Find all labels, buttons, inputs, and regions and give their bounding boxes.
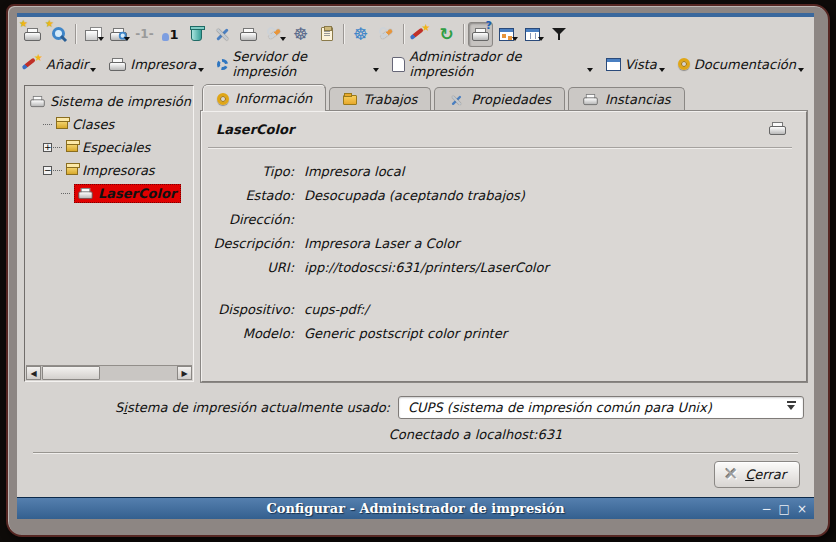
printer-tools-button[interactable]	[262, 22, 287, 47]
field-estado: Estado:Desocupada (aceptando trabajos)	[208, 183, 792, 207]
close-button[interactable]: ×	[797, 503, 807, 515]
scrollbar-thumb[interactable]	[42, 366, 100, 380]
package-icon	[66, 166, 78, 175]
printer-info-toggle[interactable]: ?	[468, 22, 493, 47]
funnel-icon	[551, 26, 567, 42]
tab-propiedades[interactable]: Propiedades	[434, 87, 565, 111]
tree-line	[43, 124, 52, 125]
print-system-row: Sistema de impresión actualmente usado: …	[17, 388, 814, 419]
menu-impresora[interactable]: Impresora	[105, 50, 211, 78]
field-label: Descripción:	[208, 236, 294, 251]
window-content: ★ ★ -1- 1 ☸ ☸ ↻ ? Añadir Impresora Servi…	[17, 13, 814, 519]
field-value: Impresora local	[304, 164, 404, 179]
gear-icon	[217, 59, 228, 70]
menu-administrador-de-impresion[interactable]: Administrador de impresión	[388, 50, 599, 78]
tree-item-label: Impresoras	[82, 163, 155, 178]
tab-trabajos[interactable]: Trabajos	[329, 87, 431, 111]
menu-toolbar: Añadir Impresora Servidor de impresión A…	[17, 49, 814, 81]
minus-one-icon: -1-	[135, 27, 153, 41]
export-driver-button[interactable]: ☸	[288, 22, 313, 47]
menu-documentacion[interactable]: Documentación	[674, 50, 811, 78]
restart-server-button[interactable]: ☸	[348, 22, 373, 47]
tree-item-sistema-de-impresion[interactable]: Sistema de impresión	[29, 90, 191, 113]
tree-item-lasercolor[interactable]: LaserColor	[29, 182, 191, 205]
dropdown-caret-icon	[538, 37, 544, 44]
tree-item-label: Sistema de impresión	[50, 94, 191, 109]
tree-item-especiales[interactable]: + Especiales	[29, 136, 191, 159]
expander-plus-icon[interactable]: +	[43, 143, 52, 152]
tab-label: Instancias	[605, 92, 671, 107]
menu-label: Impresora	[130, 57, 196, 72]
field-value: Desocupada (aceptando trabajos)	[304, 188, 525, 203]
field-gap	[208, 279, 792, 297]
test-page-button[interactable]	[236, 22, 261, 47]
scroll-right-button[interactable]: ▶	[177, 366, 192, 380]
menu-vista[interactable]: Vista	[602, 50, 672, 78]
window-title: Configurar - Administrador de impresión	[266, 501, 564, 516]
combobox-value: CUPS (sistema de impresión común para Un…	[408, 400, 785, 415]
document-icon	[392, 57, 405, 72]
print-system-combobox[interactable]: CUPS (sistema de impresión común para Un…	[398, 396, 804, 419]
printer-icon	[583, 94, 597, 105]
tree-item-label: LaserColor	[98, 186, 176, 201]
wrench-icon	[379, 26, 395, 42]
field-value: ipp://todoscsi:631/printers/LaserColor	[304, 260, 549, 275]
printer-icon	[24, 28, 41, 41]
tree-horizontal-scrollbar[interactable]: ◀ ▶	[26, 365, 192, 380]
tree-item-clases[interactable]: Clases	[29, 113, 191, 136]
printer-icon	[769, 122, 786, 135]
field-dispositivo: Dispositivo:cups-pdf:/	[208, 297, 792, 321]
field-descripcion: Descripción:Impresora Laser a Color	[208, 231, 792, 255]
menu-anadir[interactable]: Añadir	[20, 50, 103, 78]
scroll-left-button[interactable]: ◀	[26, 366, 41, 380]
window-controls: − □ ×	[762, 498, 807, 519]
info-panel: LaserColor Tipo:Impresora local Estado:D…	[201, 111, 807, 382]
expander-minus-icon[interactable]: −	[43, 166, 52, 175]
refresh-button[interactable]: ↻	[434, 22, 459, 47]
add-special-printer-button[interactable]: ★	[46, 22, 71, 47]
configure-server-button[interactable]	[374, 22, 399, 47]
field-label: Estado:	[208, 188, 294, 203]
user-one-icon: 1	[162, 27, 178, 42]
tab-label: Trabajos	[363, 92, 417, 107]
close-x-icon: ✕	[724, 466, 738, 483]
sparkle-icon: ★	[19, 19, 28, 29]
tree-item-impresoras[interactable]: − Impresoras	[29, 159, 191, 182]
user-default-button[interactable]: 1	[158, 22, 183, 47]
job-viewer-button[interactable]	[314, 22, 339, 47]
window-icon	[606, 58, 621, 71]
combobox-arrow-icon	[785, 401, 797, 414]
server-default-button[interactable]: -1-	[132, 22, 157, 47]
scrollbar-track[interactable]	[100, 366, 177, 380]
configure-printer-button[interactable]	[210, 22, 235, 47]
tree-view-button[interactable]	[494, 22, 519, 47]
tab-informacion[interactable]: Información	[203, 85, 326, 111]
main-toolbar: ★ ★ -1- 1 ☸ ☸ ↻ ?	[17, 17, 814, 49]
minimize-button[interactable]: −	[762, 503, 772, 515]
enable-printer-button[interactable]	[80, 22, 105, 47]
window-titlebar[interactable]: Configurar - Administrador de impresión …	[17, 497, 814, 519]
wizard-button[interactable]	[408, 22, 433, 47]
menu-servidor-de-impresion[interactable]: Servidor de impresión	[213, 50, 386, 78]
dropdown-caret-icon	[198, 68, 204, 75]
tab-instancias[interactable]: Instancias	[568, 87, 685, 111]
toolbar-separator	[463, 24, 464, 44]
gear-icon: ☸	[353, 26, 368, 43]
header-divider	[208, 147, 792, 149]
dropdown-caret-icon	[124, 37, 130, 44]
cerrar-button[interactable]: ✕ Cerrar	[714, 461, 800, 488]
selected-tree-item: LaserColor	[74, 184, 181, 203]
maximize-button[interactable]: □	[779, 503, 790, 515]
refresh-icon: ↻	[439, 26, 453, 43]
question-icon: ?	[486, 19, 492, 32]
detailed-view-button[interactable]	[520, 22, 545, 47]
clipboard-icon	[321, 27, 333, 41]
filter-button[interactable]	[546, 22, 571, 47]
remove-printer-button[interactable]	[184, 22, 209, 47]
add-printer-button[interactable]: ★	[20, 22, 45, 47]
dropdown-caret-icon	[90, 68, 96, 75]
tree-item-label: Especiales	[82, 140, 150, 155]
tools-icon	[214, 26, 231, 42]
magic-wand-icon	[24, 55, 42, 73]
disable-printer-button[interactable]	[106, 22, 131, 47]
